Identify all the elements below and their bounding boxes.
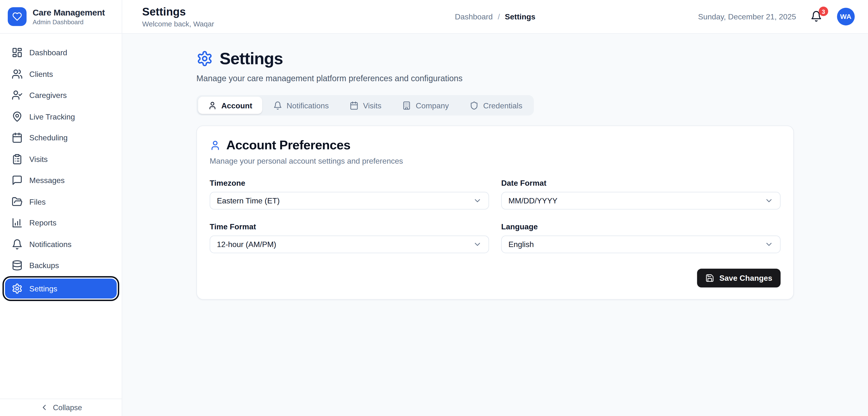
- sidebar-item-visits[interactable]: Visits: [5, 149, 117, 169]
- sidebar-item-messages[interactable]: Messages: [5, 170, 117, 190]
- tab-label: Notifications: [286, 101, 329, 109]
- save-button-label: Save Changes: [719, 274, 772, 282]
- chevron-down-icon: [765, 240, 773, 249]
- message-icon: [12, 175, 23, 186]
- sidebar-item-label: Settings: [29, 284, 57, 293]
- gear-icon: [12, 283, 23, 294]
- chevron-down-icon: [473, 196, 482, 205]
- timezone-select[interactable]: Eastern Time (ET): [210, 192, 489, 210]
- tab-account[interactable]: Account: [198, 97, 262, 114]
- page-subtitle: Manage your care management platform pre…: [196, 73, 794, 83]
- language-field: Language English: [501, 222, 781, 253]
- tab-company[interactable]: Company: [393, 97, 459, 114]
- breadcrumb-current: Settings: [505, 12, 535, 21]
- folder-open-icon: [12, 196, 23, 207]
- language-value: English: [508, 240, 765, 249]
- heart-icon: [12, 12, 22, 22]
- app-logo: [8, 7, 27, 26]
- brand: Care Management Admin Dashboard: [0, 0, 122, 34]
- date-format-field: Date Format MM/DD/YYYY: [501, 179, 781, 210]
- sidebar: Care Management Admin Dashboard Dashboar…: [0, 0, 122, 416]
- building-icon: [402, 101, 411, 109]
- sidebar-item-label: Dashboard: [29, 48, 67, 57]
- header-welcome: Welcome back, Waqar: [142, 20, 214, 28]
- timezone-field: Timezone Eastern Time (ET): [210, 179, 489, 210]
- breadcrumb-separator: /: [498, 12, 500, 21]
- clipboard-list-icon: [12, 154, 23, 165]
- app-subtitle: Admin Dashboard: [33, 19, 105, 26]
- app-root: Care Management Admin Dashboard Dashboar…: [0, 0, 868, 416]
- header-title-block: Settings Welcome back, Waqar: [142, 5, 214, 28]
- date-format-label: Date Format: [501, 179, 781, 187]
- sidebar-item-label: Live Tracking: [29, 112, 75, 121]
- notifications-button[interactable]: 3: [810, 10, 823, 23]
- chevron-down-icon: [765, 196, 773, 205]
- preferences-form: Timezone Eastern Time (ET) Date Format M…: [210, 179, 780, 253]
- user-icon: [208, 101, 217, 109]
- shield-icon: [470, 101, 478, 109]
- chevron-down-icon: [473, 240, 482, 249]
- page-header: Settings: [196, 49, 794, 68]
- sidebar-item-label: Backups: [29, 261, 59, 269]
- sidebar-collapse-button[interactable]: Collapse: [0, 398, 122, 416]
- tab-label: Visits: [363, 101, 381, 109]
- tab-label: Account: [221, 101, 252, 109]
- notification-badge: 3: [819, 6, 828, 16]
- page-title: Settings: [220, 49, 283, 68]
- timezone-label: Timezone: [210, 179, 489, 187]
- header-date: Sunday, December 21, 2025: [698, 12, 796, 21]
- calendar-icon: [12, 132, 23, 143]
- date-format-value: MM/DD/YYYY: [508, 196, 765, 205]
- user-check-icon: [12, 90, 23, 101]
- sidebar-item-label: Reports: [29, 218, 57, 227]
- app-title: Care Management: [33, 8, 105, 18]
- breadcrumb-parent-link[interactable]: Dashboard: [455, 12, 493, 21]
- language-label: Language: [501, 222, 781, 231]
- sidebar-item-dashboard[interactable]: Dashboard: [5, 43, 117, 63]
- sidebar-item-label: Visits: [29, 154, 48, 163]
- sidebar-item-clients[interactable]: Clients: [5, 64, 117, 84]
- date-format-select[interactable]: MM/DD/YYYY: [501, 192, 781, 210]
- bar-chart-icon: [12, 217, 23, 228]
- save-changes-button[interactable]: Save Changes: [697, 268, 781, 288]
- time-format-field: Time Format 12-hour (AM/PM): [210, 222, 489, 253]
- dashboard-icon: [12, 47, 23, 58]
- sidebar-item-label: Caregivers: [29, 91, 67, 99]
- tab-visits[interactable]: Visits: [340, 97, 392, 114]
- sidebar-item-files[interactable]: Files: [5, 192, 117, 212]
- tab-notifications[interactable]: Notifications: [263, 97, 339, 114]
- brand-text: Care Management Admin Dashboard: [33, 8, 105, 26]
- sidebar-item-backups[interactable]: Backups: [5, 256, 117, 276]
- language-select[interactable]: English: [501, 235, 781, 253]
- sidebar-item-label: Scheduling: [29, 133, 68, 142]
- sidebar-item-caregivers[interactable]: Caregivers: [5, 85, 117, 105]
- main-content: Settings Manage your care management pla…: [122, 34, 868, 416]
- sidebar-item-live-tracking[interactable]: Live Tracking: [5, 106, 117, 126]
- settings-tabs: Account Notifications Visits Company Cre…: [196, 95, 534, 116]
- tab-label: Company: [416, 101, 449, 109]
- chevron-left-icon: [40, 403, 49, 412]
- account-preferences-card: Account Preferences Manage your personal…: [196, 126, 794, 300]
- card-title: Account Preferences: [226, 138, 350, 153]
- save-icon: [706, 274, 714, 282]
- gear-icon: [196, 51, 213, 67]
- users-icon: [12, 68, 23, 79]
- card-footer: Save Changes: [210, 268, 780, 288]
- user-icon: [210, 140, 221, 151]
- database-icon: [12, 260, 23, 271]
- sidebar-item-notifications[interactable]: Notifications: [5, 234, 117, 254]
- header: Settings Welcome back, Waqar Dashboard /…: [122, 0, 868, 34]
- sidebar-item-label: Clients: [29, 69, 53, 78]
- sidebar-item-label: Files: [29, 197, 45, 206]
- sidebar-item-scheduling[interactable]: Scheduling: [5, 128, 117, 148]
- sidebar-item-label: Notifications: [29, 240, 71, 249]
- map-pin-icon: [12, 111, 23, 122]
- time-format-label: Time Format: [210, 222, 489, 231]
- time-format-select[interactable]: 12-hour (AM/PM): [210, 235, 489, 253]
- sidebar-item-reports[interactable]: Reports: [5, 213, 117, 233]
- bell-icon: [12, 238, 23, 250]
- sidebar-item-settings[interactable]: Settings: [5, 278, 117, 298]
- sidebar-menu: Dashboard Clients Caregivers Live Tracki…: [0, 34, 122, 398]
- tab-credentials[interactable]: Credentials: [460, 97, 532, 114]
- avatar[interactable]: WA: [837, 8, 855, 26]
